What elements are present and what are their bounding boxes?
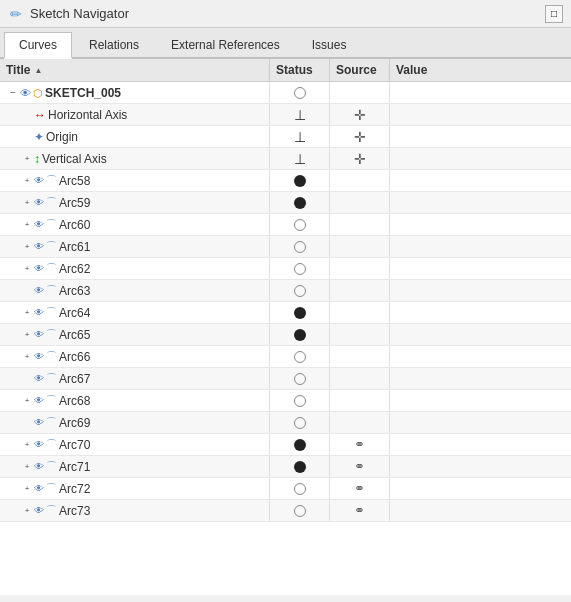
source-link-icon: ⚭ <box>354 437 365 452</box>
window-title: Sketch Navigator <box>30 6 129 21</box>
row-label: Horizontal Axis <box>48 108 127 122</box>
source-cell <box>330 214 390 235</box>
status-empty-icon <box>294 483 306 495</box>
expand-button[interactable]: + <box>22 330 32 340</box>
expand-button[interactable]: + <box>22 506 32 516</box>
table-row[interactable]: +👁⌒Arc64 <box>0 302 571 324</box>
status-cell <box>270 478 330 499</box>
expand-button[interactable]: + <box>22 154 32 164</box>
status-cell <box>270 302 330 323</box>
row-label: Arc64 <box>59 306 90 320</box>
expand-button[interactable]: + <box>22 352 32 362</box>
expand-button[interactable]: + <box>22 264 32 274</box>
arc-icon: 👁⌒ <box>34 239 57 254</box>
tab-curves[interactable]: Curves <box>4 32 72 59</box>
status-cell <box>270 214 330 235</box>
tab-external-references[interactable]: External References <box>156 32 295 57</box>
expand-button[interactable]: + <box>22 484 32 494</box>
arc-icon: 👁⌒ <box>34 371 57 386</box>
expand-button[interactable]: + <box>22 440 32 450</box>
table-row[interactable]: 👁⌒Arc63 <box>0 280 571 302</box>
value-cell <box>390 148 571 169</box>
table-row[interactable]: +👁⌒Arc58 <box>0 170 571 192</box>
table-row[interactable]: +👁⌒Arc73⚭ <box>0 500 571 522</box>
status-full-icon <box>294 329 306 341</box>
row-label: Arc60 <box>59 218 90 232</box>
expand-button[interactable]: + <box>22 220 32 230</box>
source-cell <box>330 280 390 301</box>
status-empty-icon <box>294 417 306 429</box>
value-cell <box>390 346 571 367</box>
status-full-icon <box>294 175 306 187</box>
table-row[interactable]: +👁⌒Arc72⚭ <box>0 478 571 500</box>
table-row[interactable]: +👁⌒Arc68 <box>0 390 571 412</box>
value-cell <box>390 214 571 235</box>
table-container: Title ▲ Status Source Value −👁⬡SKETCH_00… <box>0 59 571 595</box>
maximize-button[interactable]: □ <box>545 5 563 23</box>
arc-icon: 👁⌒ <box>34 195 57 210</box>
status-cell <box>270 258 330 279</box>
table-row[interactable]: +👁⌒Arc70⚭ <box>0 434 571 456</box>
value-cell <box>390 456 571 477</box>
value-cell <box>390 434 571 455</box>
table-row[interactable]: +👁⌒Arc71⚭ <box>0 456 571 478</box>
source-cross-icon: ✛ <box>354 151 366 167</box>
source-cell <box>330 412 390 433</box>
status-cell <box>270 412 330 433</box>
table-row[interactable]: +👁⌒Arc65 <box>0 324 571 346</box>
sketch-icon: 👁⬡ <box>20 86 43 100</box>
expand-button[interactable]: + <box>22 396 32 406</box>
arc-icon: 👁⌒ <box>34 327 57 342</box>
status-cell <box>270 500 330 521</box>
table-row[interactable]: +👁⌒Arc61 <box>0 236 571 258</box>
title-bar: ✏ Sketch Navigator □ <box>0 0 571 28</box>
status-empty-icon <box>294 505 306 517</box>
status-empty-icon <box>294 395 306 407</box>
table-row[interactable]: 👁⌒Arc69 <box>0 412 571 434</box>
value-cell <box>390 126 571 147</box>
expand-button[interactable]: + <box>22 242 32 252</box>
table-row[interactable]: +👁⌒Arc62 <box>0 258 571 280</box>
status-empty-icon <box>294 373 306 385</box>
status-cell <box>270 368 330 389</box>
table-row[interactable]: +👁⌒Arc59 <box>0 192 571 214</box>
expand-button[interactable]: + <box>22 308 32 318</box>
source-link-icon: ⚭ <box>354 481 365 496</box>
arc-icon: 👁⌒ <box>34 217 57 232</box>
collapse-button[interactable]: − <box>8 88 18 98</box>
status-cell: ⊥ <box>270 126 330 147</box>
table-row[interactable]: ↔Horizontal Axis⊥✛ <box>0 104 571 126</box>
source-cell: ✛ <box>330 104 390 125</box>
arc-icon: 👁⌒ <box>34 349 57 364</box>
source-cell <box>330 192 390 213</box>
status-empty-icon <box>294 263 306 275</box>
status-full-icon <box>294 461 306 473</box>
table-row[interactable]: −👁⬡SKETCH_005 <box>0 82 571 104</box>
expand-button[interactable]: + <box>22 462 32 472</box>
table-row[interactable]: ✦Origin⊥✛ <box>0 126 571 148</box>
table-row[interactable]: +↕Vertical Axis⊥✛ <box>0 148 571 170</box>
table-row[interactable]: +👁⌒Arc60 <box>0 214 571 236</box>
value-cell <box>390 280 571 301</box>
source-cell <box>330 302 390 323</box>
value-cell <box>390 104 571 125</box>
status-cell: ⊥ <box>270 148 330 169</box>
tab-issues[interactable]: Issues <box>297 32 362 57</box>
tab-relations[interactable]: Relations <box>74 32 154 57</box>
status-full-icon <box>294 307 306 319</box>
source-cell <box>330 236 390 257</box>
expand-button[interactable]: + <box>22 176 32 186</box>
expand-button[interactable]: + <box>22 198 32 208</box>
source-cell: ✛ <box>330 148 390 169</box>
value-cell <box>390 478 571 499</box>
table-row[interactable]: +👁⌒Arc66 <box>0 346 571 368</box>
status-cell <box>270 170 330 191</box>
source-cell <box>330 346 390 367</box>
arc-icon: 👁⌒ <box>34 173 57 188</box>
source-cell: ⚭ <box>330 456 390 477</box>
value-cell <box>390 192 571 213</box>
arc-icon: 👁⌒ <box>34 305 57 320</box>
table-row[interactable]: 👁⌒Arc67 <box>0 368 571 390</box>
status-constraint-icon: ⊥ <box>294 151 306 167</box>
row-label: Arc72 <box>59 482 90 496</box>
